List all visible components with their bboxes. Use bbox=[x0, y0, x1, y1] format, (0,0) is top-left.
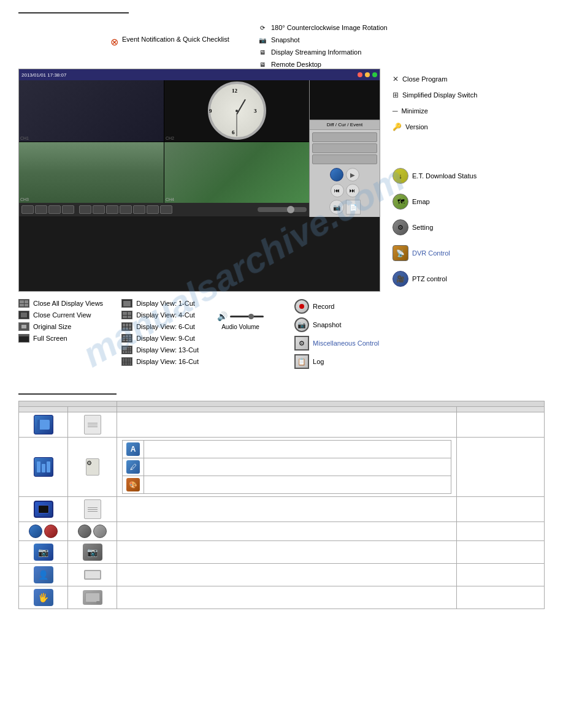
camera-cell-4: CH4 bbox=[164, 142, 309, 203]
dvr-control-label: DVR Control bbox=[412, 249, 450, 257]
col-icon2-header bbox=[68, 407, 117, 412]
display-16cut-label: Display View: 16-Cut bbox=[136, 358, 199, 365]
row1-icon1-cell bbox=[19, 412, 68, 438]
row3-icon1 bbox=[34, 501, 53, 518]
display-1cut-label: Display View: 1-Cut bbox=[136, 300, 195, 307]
panel-round-btn-4[interactable]: ⏭ bbox=[346, 184, 359, 197]
emap-icon: 🗺 bbox=[393, 194, 408, 210]
version-annotation: 🔑 Version bbox=[393, 123, 477, 131]
minimize-annotation: ─ Minimize bbox=[393, 107, 477, 115]
panel-btn-1[interactable] bbox=[312, 132, 377, 142]
ctrl-btn-3[interactable] bbox=[48, 205, 61, 214]
clock-minute-hand bbox=[237, 114, 237, 136]
row7-icon2-cell bbox=[68, 586, 117, 609]
close-current-annotation: Close Current View bbox=[18, 311, 103, 319]
display-4cut-label: Display View: 4-Cut bbox=[136, 311, 195, 319]
record-annotation: Record bbox=[294, 299, 379, 314]
ptz-control-label: PTZ control bbox=[412, 275, 447, 282]
panel-round-btn-2[interactable]: ▶ bbox=[346, 168, 359, 181]
titlebar-close bbox=[358, 72, 362, 77]
ctrl-btn-4[interactable] bbox=[62, 205, 74, 214]
panel-info-bar: Diff / Cur / Event bbox=[310, 120, 380, 130]
row2-icon2: ⚙ bbox=[83, 457, 102, 477]
ctrl-btn-7[interactable] bbox=[106, 205, 118, 214]
dvr-control-icon: 📡 bbox=[393, 245, 408, 261]
snapshot-icon: 📷 bbox=[258, 35, 267, 45]
full-screen-annotation: Full Screen bbox=[18, 334, 103, 343]
ctrl-btn-5[interactable] bbox=[79, 205, 91, 214]
progress-handle bbox=[287, 206, 294, 213]
panel-preview-screen bbox=[310, 80, 380, 120]
log-label: Log bbox=[313, 358, 324, 365]
camera-cell-3: CH3 bbox=[19, 142, 164, 203]
row6-desc-cell bbox=[117, 564, 457, 586]
panel-btn-2[interactable] bbox=[312, 143, 377, 153]
ctrl-btn-2[interactable] bbox=[35, 205, 47, 214]
row7-desc-cell bbox=[117, 586, 457, 609]
table-row bbox=[19, 522, 545, 541]
circle-gray-1 bbox=[78, 525, 91, 538]
dvr-interface: 2013/01/01 17:38:07 CH1 bbox=[18, 69, 380, 292]
display-9cut-label: Display View: 9-Cut bbox=[136, 335, 195, 342]
setting-icon: ⚙ bbox=[393, 219, 408, 235]
log-annotation: 📋 Log bbox=[294, 354, 379, 369]
camera-label-3: CH3 bbox=[20, 197, 29, 202]
titlebar-max bbox=[372, 72, 377, 77]
col-desc-header bbox=[117, 407, 457, 412]
rotation-annotation: ⟳ 180° Counterclockwise Image Rotation bbox=[258, 23, 388, 32]
display-1cut-annotation: Display View: 1-Cut bbox=[121, 299, 199, 308]
ctrl-btn-9[interactable] bbox=[133, 205, 145, 214]
ctrl-btn-6[interactable] bbox=[93, 205, 105, 214]
nested-row: 🎨 bbox=[123, 476, 451, 494]
progress-bar[interactable] bbox=[258, 207, 307, 212]
panel-square-btn-1[interactable]: 📄 bbox=[346, 200, 361, 214]
person-icon: 👤 bbox=[38, 570, 48, 580]
col-extra-header bbox=[457, 407, 545, 412]
ctrl-btn-11[interactable] bbox=[160, 205, 172, 214]
camera-icon-1: 📷 bbox=[38, 547, 48, 557]
camera-icon-2: 📷 bbox=[87, 547, 98, 557]
et-download-annotation: ↓ E.T. Download Status bbox=[393, 168, 477, 184]
panel-btn-3[interactable] bbox=[312, 154, 377, 164]
nested-icon-a-cell: A bbox=[123, 441, 144, 458]
et-download-label: E.T. Download Status bbox=[412, 172, 477, 180]
snapshot-label: Snapshot bbox=[271, 36, 299, 44]
display-16cut-annotation: Display View: 16-Cut bbox=[121, 357, 199, 366]
setting-annotation: ⚙ Setting bbox=[393, 219, 477, 235]
clock-center bbox=[236, 110, 238, 112]
simplified-display-label: Simplified Display Switch bbox=[402, 91, 477, 99]
panel-round-btn-1[interactable] bbox=[330, 168, 343, 181]
row4-icon1 bbox=[24, 525, 63, 538]
row1-extra-cell bbox=[457, 412, 545, 438]
table-row: ⚙ A bbox=[19, 438, 545, 497]
row3-icon2 bbox=[84, 499, 101, 519]
close-all-label: Close All Display Views bbox=[33, 300, 103, 307]
ctrl-btn-8[interactable] bbox=[120, 205, 132, 214]
panel-round-btn-5[interactable]: 📷 bbox=[329, 200, 344, 214]
misc-control-icon: ⚙ bbox=[294, 336, 309, 351]
table-subheader-row bbox=[19, 407, 545, 412]
display-6cut-label: Display View: 6-Cut bbox=[136, 323, 195, 330]
ctrl-btn-1[interactable] bbox=[21, 205, 34, 214]
row2-icon1 bbox=[34, 457, 53, 477]
row7-extra-cell bbox=[457, 586, 545, 609]
camera-grid: CH1 12 3 6 9 bbox=[19, 80, 309, 203]
remote-annotation: 🖥 Remote Desktop bbox=[258, 59, 388, 69]
event-notification-annotation: ⊗ Event Notification & Quick Checklist bbox=[110, 35, 229, 48]
ctrl-btn-10[interactable] bbox=[147, 205, 159, 214]
nested-icon-stamp: 🖊 bbox=[126, 460, 140, 474]
simplified-display-icon: ⊞ bbox=[393, 91, 399, 99]
audio-volume-label: Audio Volume bbox=[221, 324, 259, 330]
row2-desc-cell: A 🖊 bbox=[117, 438, 457, 497]
original-size-annotation: Original Size bbox=[18, 322, 103, 331]
volume-icon: 🔊 bbox=[217, 311, 228, 321]
far-right-annotations: ✕ Close Program ⊞ Simplified Display Swi… bbox=[393, 69, 477, 292]
close-all-icon bbox=[18, 299, 29, 308]
volume-slider[interactable] bbox=[230, 316, 264, 317]
snapshot-ann-label: Snapshot bbox=[313, 321, 341, 328]
panel-round-btn-3[interactable]: ⏮ bbox=[331, 184, 344, 197]
row5-icon1-cell: 📷 bbox=[19, 541, 68, 564]
dvr-controls bbox=[19, 203, 309, 216]
row6-extra-cell bbox=[457, 564, 545, 586]
nested-desc-color bbox=[144, 476, 451, 494]
